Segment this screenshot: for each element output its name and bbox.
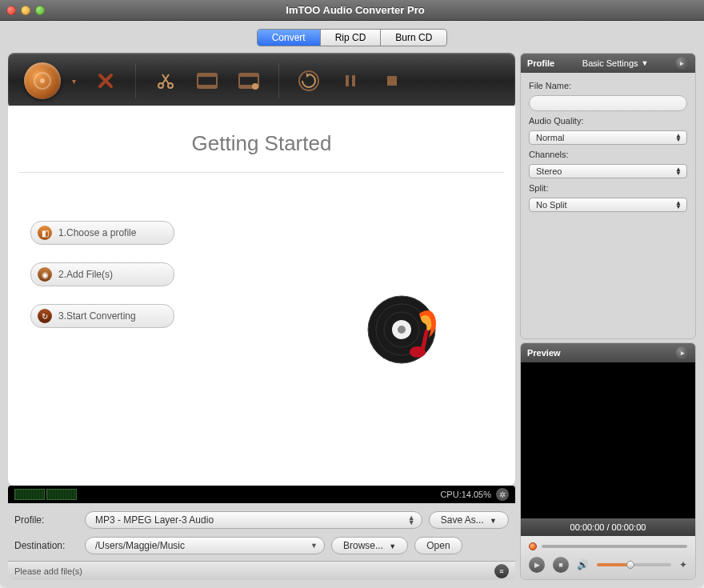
profile-value: MP3 - MPEG Layer-3 Audio [95, 514, 214, 526]
destination-row: Destination: /Users/Maggie/Music ▼ Brows… [14, 537, 509, 554]
tab-row: Convert Rip CD Burn CD [8, 29, 696, 46]
svg-rect-5 [198, 74, 217, 77]
close-window-button[interactable] [6, 6, 16, 15]
window-title: ImTOO Audio Converter Pro [45, 4, 698, 16]
settings-body: File Name: Audio Quality: Normal ▲▼ Chan… [521, 73, 695, 338]
cpu-label: CPU:14.05% [440, 490, 491, 499]
volume-thumb[interactable] [626, 561, 634, 569]
svg-rect-6 [198, 85, 217, 88]
dropdown-arrow-icon: ▼ [389, 542, 396, 550]
zoom-window-button[interactable] [35, 6, 45, 15]
volume-icon: 🔊 [577, 559, 589, 570]
svg-rect-14 [387, 76, 397, 86]
titlebar: ImTOO Audio Converter Pro [0, 0, 704, 21]
svg-rect-12 [346, 75, 349, 86]
preview-title: Preview [527, 348, 561, 358]
left-column: ▾ [8, 53, 515, 580]
destination-value: /Users/Maggie/Music [95, 540, 185, 551]
browse-button[interactable]: Browse... ▼ [331, 537, 408, 554]
app-body: Convert Rip CD Burn CD ▾ [0, 21, 704, 588]
remove-button[interactable] [90, 66, 121, 96]
cpu-graph [14, 489, 77, 500]
traffic-lights [6, 6, 45, 15]
disc-artwork [363, 290, 443, 370]
seek-track[interactable] [542, 545, 687, 548]
settings-panel: Profile Basic Settings ▼ ▸ File Name: Au… [520, 53, 696, 339]
cpu-settings-button[interactable]: ✲ [496, 488, 509, 501]
play-button[interactable]: ▶ [529, 557, 545, 573]
panel-collapse-button[interactable]: ▸ [676, 57, 689, 70]
stop-preview-button[interactable]: ■ [553, 557, 569, 573]
destination-select[interactable]: /Users/Maggie/Music ▼ [85, 537, 325, 554]
add-files-button[interactable] [24, 62, 61, 99]
profile-select[interactable]: MP3 - MPEG Layer-3 Audio ▲▼ [85, 511, 422, 529]
step-label: 1.Choose a profile [58, 227, 136, 238]
channels-label: Channels: [529, 150, 687, 159]
volume-slider[interactable] [597, 563, 671, 566]
minimize-window-button[interactable] [21, 6, 30, 15]
seek-row [529, 542, 687, 550]
basic-settings-dropdown[interactable]: Basic Settings ▼ [582, 58, 649, 68]
convert-button[interactable] [294, 66, 324, 96]
updown-arrows-icon: ▲▼ [408, 515, 415, 525]
snapshot-icon[interactable]: ✦ [679, 559, 687, 570]
control-row: ▶ ■ 🔊 ✦ [529, 557, 687, 573]
status-action-button[interactable]: ≡ [494, 564, 509, 578]
save-as-button[interactable]: Save As... ▼ [429, 511, 509, 529]
status-message: Please add file(s) [14, 566, 82, 576]
profile-label: Profile: [14, 514, 78, 526]
open-button[interactable]: Open [414, 537, 462, 554]
updown-arrows-icon: ▲▼ [675, 167, 682, 175]
svg-point-20 [398, 326, 406, 334]
right-column: Profile Basic Settings ▼ ▸ File Name: Au… [520, 53, 696, 580]
convert-icon: ↻ [38, 309, 52, 323]
split-label: Split: [529, 183, 687, 193]
updown-arrows-icon: ▲▼ [675, 134, 682, 142]
preview-screen [521, 362, 695, 518]
preview-collapse-button[interactable]: ▸ [676, 346, 689, 359]
dropdown-arrow-icon: ▼ [642, 59, 649, 67]
preview-controls: ▶ ■ 🔊 ✦ [521, 536, 695, 579]
filename-label: File Name: [529, 81, 687, 90]
step-label: 3.Start Converting [58, 310, 136, 322]
stop-button[interactable] [377, 66, 407, 96]
step-add-files[interactable]: ◉ 2.Add File(s) [30, 262, 174, 286]
toolbar: ▾ [8, 53, 515, 109]
seek-thumb[interactable] [529, 542, 537, 550]
profile-icon: ◧ [38, 226, 52, 240]
dropdown-arrow-icon: ▼ [310, 543, 318, 548]
status-bar: Please add file(s) ≡ [8, 561, 515, 580]
pause-button[interactable] [335, 66, 366, 96]
tab-rip-cd[interactable]: Rip CD [321, 30, 382, 46]
split-select[interactable]: No Split ▲▼ [529, 198, 687, 212]
add-files-icon: ◉ [38, 267, 52, 282]
destination-label: Destination: [14, 540, 78, 551]
clip-button-2[interactable] [234, 66, 264, 96]
dropdown-arrow-icon[interactable]: ▾ [72, 77, 76, 86]
profile-row: Profile: MP3 - MPEG Layer-3 Audio ▲▼ Sav… [14, 511, 509, 529]
profile-tab[interactable]: Profile [527, 58, 554, 68]
settings-header: Profile Basic Settings ▼ ▸ [521, 54, 695, 73]
svg-rect-13 [352, 75, 355, 86]
channels-select[interactable]: Stereo ▲▼ [529, 164, 687, 178]
step-label: 2.Add File(s) [58, 269, 113, 280]
audio-quality-label: Audio Quality: [529, 116, 687, 126]
mode-tabs: Convert Rip CD Burn CD [257, 29, 448, 46]
svg-rect-8 [239, 74, 258, 77]
tab-burn-cd[interactable]: Burn CD [381, 30, 446, 46]
filename-input[interactable] [529, 95, 687, 111]
step-start-converting[interactable]: ↻ 3.Start Converting [30, 304, 174, 328]
cut-button[interactable] [150, 66, 181, 96]
main-canvas: Getting Started ◧ 1.Choose a profile ◉ 2… [8, 106, 515, 486]
svg-point-1 [40, 78, 45, 83]
preview-panel: Preview ▸ 00:00:00 / 00:00:00 ▶ ■ 🔊 [520, 342, 696, 580]
tab-convert[interactable]: Convert [258, 30, 321, 46]
audio-quality-select[interactable]: Normal ▲▼ [529, 130, 687, 145]
dropdown-arrow-icon: ▼ [490, 517, 497, 525]
step-choose-profile[interactable]: ◧ 1.Choose a profile [30, 221, 174, 245]
getting-started-title: Getting Started [8, 131, 515, 156]
clip-button-1[interactable] [192, 66, 222, 96]
svg-point-10 [252, 83, 258, 90]
cpu-bar: CPU:14.05% ✲ [8, 486, 515, 503]
preview-header: Preview ▸ [521, 343, 695, 362]
